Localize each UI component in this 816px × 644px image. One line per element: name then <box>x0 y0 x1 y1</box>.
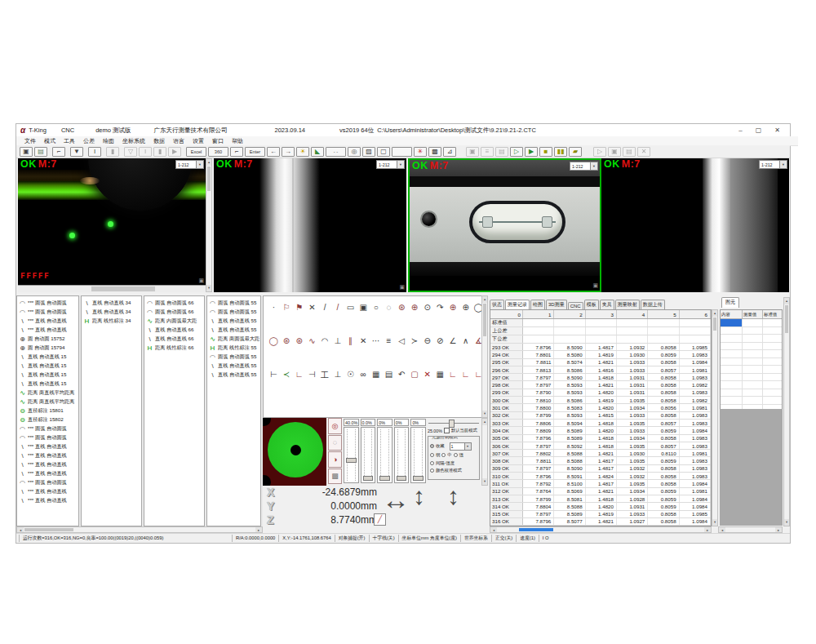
feature-item[interactable]: \*** 直线 自动直线 <box>17 317 78 326</box>
title-bar[interactable]: α T-King CNC demo 测试版 广东天行测量技术有限公司 2023.… <box>16 124 790 136</box>
menu-item-9[interactable]: 设置 <box>193 137 204 145</box>
mode-radio[interactable] <box>430 444 434 448</box>
move-tool-button[interactable]: ▶ <box>168 147 181 157</box>
master-brightness-slider[interactable] <box>428 420 479 426</box>
element-column-header[interactable]: 标准值 <box>763 310 782 318</box>
probe-circle-icon[interactable]: ☉ <box>344 370 357 381</box>
feature-item[interactable]: ◠*** 圆弧 自动圆弧 <box>17 433 78 442</box>
table-row[interactable]: 295 OK7.88118.50741.48211.09330.80581.09… <box>490 359 711 366</box>
cross-point-icon[interactable]: ✕ <box>306 303 318 312</box>
h-distance-icon[interactable]: ⊢ <box>268 370 280 381</box>
camera1-zoom-icon[interactable]: ▣ <box>198 278 204 284</box>
tab-2[interactable]: 测量记录 <box>505 300 530 309</box>
table-row[interactable]: 303 OK7.88068.50941.48181.09350.80571.09… <box>490 420 711 427</box>
line-icon[interactable]: / <box>319 303 331 312</box>
pick-point-icon[interactable]: ⚐ <box>281 303 293 312</box>
light-slider-thumb[interactable] <box>379 476 390 481</box>
element-row[interactable] <box>721 350 782 358</box>
toolbox-vscrollbar[interactable]: ▴ ▾ <box>481 295 488 418</box>
enter-key-button[interactable]: Enter <box>245 147 265 157</box>
copy-element-icon[interactable]: ▤ <box>383 370 395 381</box>
feature-item[interactable]: \直线 自动直线 66 <box>144 335 204 344</box>
tools-run-button[interactable]: ▰ <box>569 147 582 157</box>
table-row[interactable]: 299 OK7.87908.50931.48201.09310.80581.09… <box>490 389 711 397</box>
circle-tool-a-icon[interactable]: ⊕ <box>447 303 459 312</box>
feature-item[interactable]: \直线 自动直线 55 <box>207 362 260 371</box>
feature-item[interactable]: ⊖直径标注 15801 <box>17 406 78 415</box>
scroll-right-icon[interactable]: ▸ <box>704 527 711 532</box>
mode-radio[interactable] <box>430 469 434 473</box>
focus-rect-icon[interactable]: ▭ <box>344 303 357 312</box>
base-distance-icon[interactable]: ⊥ <box>331 370 344 381</box>
menu-item-5[interactable]: 绘图 <box>103 137 114 145</box>
feature-item[interactable]: ◠*** 圆弧 自动圆弧 <box>17 478 78 487</box>
ring-light-button[interactable]: ◎ <box>328 418 342 434</box>
light-slider-track[interactable] <box>394 427 410 483</box>
table-row[interactable]: 305 OK7.87968.50891.48181.09340.80581.09… <box>490 435 711 442</box>
element-row[interactable] <box>721 319 782 327</box>
feature-item[interactable]: ⊕圆 自动圆 15794 <box>17 344 78 353</box>
scroll-down-icon[interactable]: ▾ <box>482 411 487 417</box>
probe-button[interactable]: ▼ <box>70 147 83 157</box>
table-row[interactable]: 306 OK7.87978.50921.48181.09350.80571.09… <box>490 442 711 450</box>
element-row[interactable] <box>721 366 782 374</box>
measure-curve-button[interactable]: ⌐ <box>230 147 243 157</box>
image-view-button[interactable]: ◣ <box>311 147 324 157</box>
feature-item[interactable]: \直线 自动直线 34 <box>82 308 141 317</box>
camera1-scale-dropdown[interactable]: 1-212▾ <box>175 160 204 169</box>
circle-tool-b-icon[interactable]: ⊕ <box>459 303 472 312</box>
table-row[interactable]: 302 OK7.87998.50931.48151.09330.80581.09… <box>490 412 711 420</box>
keyboard-input-icon[interactable]: ▦ <box>370 370 383 381</box>
element-row[interactable] <box>721 358 782 366</box>
element-row[interactable] <box>721 374 782 382</box>
slider-thumb[interactable] <box>449 420 455 428</box>
excel-export-button[interactable]: Excel <box>186 147 206 157</box>
circle-icon[interactable]: ○ <box>370 303 383 312</box>
tool-disabled-2-button[interactable]: ▮ <box>153 147 166 157</box>
light-toggle-button[interactable]: ☀ <box>296 147 309 157</box>
table-hscrollbar[interactable]: ◂ ▸ <box>490 526 712 533</box>
minimize-button[interactable]: – <box>738 127 742 134</box>
feature-item[interactable]: \*** 直线 自动直线 <box>17 451 78 460</box>
ring-segments-button[interactable]: ◌ <box>328 435 342 451</box>
camera1-hscrollbar[interactable] <box>18 285 206 292</box>
step-2-button[interactable]: I <box>139 147 152 157</box>
column-header[interactable]: 4 <box>617 310 648 318</box>
scroll-up-icon[interactable]: ▴ <box>784 298 789 304</box>
camera3-scale-dropdown[interactable]: 1-212▾ <box>570 162 598 171</box>
ellipse-scan-icon[interactable]: ◯ <box>268 336 280 345</box>
light-slider-thumb[interactable] <box>363 476 374 481</box>
lists-hscrollbar[interactable]: ◂ ▸ <box>16 526 263 533</box>
tab-7[interactable]: 夹具 <box>600 300 614 309</box>
table-vscrollbar[interactable]: ▴ ▾ <box>712 309 718 526</box>
laser-cross-button[interactable]: ✳ <box>414 147 427 157</box>
parallel-icon[interactable]: ∥ <box>344 336 357 345</box>
ring-half-button[interactable]: ◑ <box>328 451 342 468</box>
table-row[interactable]: 300 OK7.88108.50861.48191.09350.80581.09… <box>490 397 711 404</box>
menu-item-3[interactable]: 工具 <box>64 137 75 145</box>
camera-view-1[interactable]: OKM:7 1-212▾ FFFFF ▣ <box>18 158 206 292</box>
feature-item[interactable]: ∿距离 两直线平均距离 <box>17 398 78 406</box>
scroll-left-icon[interactable]: ◂ <box>17 527 24 532</box>
feature-item[interactable]: \直线 自动直线 55 <box>207 371 260 380</box>
element-row[interactable] <box>721 397 782 405</box>
feature-item[interactable]: \直线 自动直线 15 <box>17 353 78 362</box>
pause-run-button[interactable]: ▮▮ <box>554 147 567 157</box>
feature-item[interactable]: \直线 自动直线 15 <box>17 380 78 389</box>
scroll-right-icon[interactable]: ▸ <box>255 527 262 532</box>
pick-region-icon[interactable]: ⚑ <box>293 303 305 312</box>
light-vscrollbar[interactable]: ▴ ▾ <box>481 418 488 486</box>
panel-hscrollbar[interactable]: ◂ ▸ <box>718 526 783 533</box>
mode-radio[interactable] <box>430 461 434 465</box>
table-row[interactable]: 294 OK7.88018.50801.48191.09300.80591.09… <box>490 351 711 358</box>
circle-tangent-icon[interactable]: ⊘ <box>434 336 446 345</box>
feature-item[interactable]: ◠*** 圆弧 自动圆弧 <box>17 308 78 317</box>
scroll-down-icon[interactable]: ▾ <box>712 519 717 526</box>
arc-icon[interactable]: ↷ <box>434 303 446 312</box>
table-row[interactable]: 297 OK7.87978.50901.48181.09310.80581.09… <box>490 374 711 381</box>
panel-vscrollbar[interactable]: ▴ ▾ <box>783 297 790 526</box>
menu-item-1[interactable]: 文件 <box>24 137 36 145</box>
feature-item[interactable]: ∿距离 两圆弧最大距 <box>207 335 260 344</box>
table-row[interactable]: 298 OK7.87978.50931.48211.09310.80581.09… <box>490 381 711 389</box>
light-slider-track[interactable] <box>361 427 376 483</box>
